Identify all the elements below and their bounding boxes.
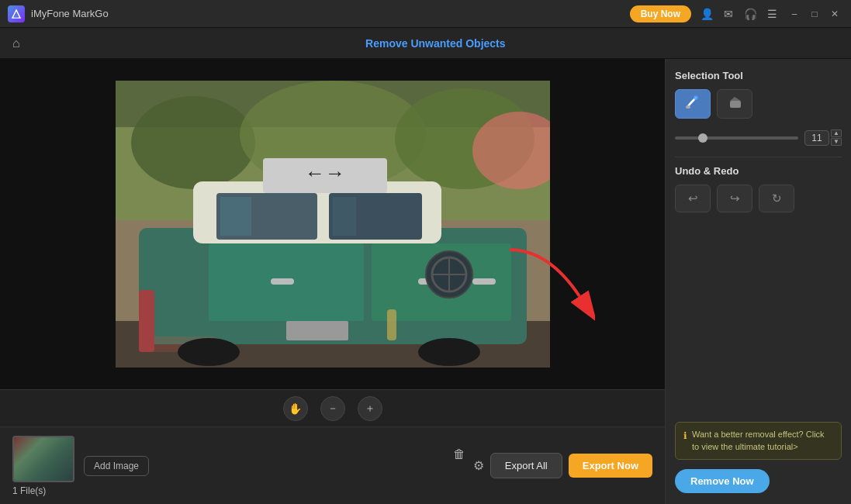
main-image: ←→: [116, 81, 550, 368]
zoom-in-button[interactable]: ＋: [358, 396, 382, 421]
brush-icon: [685, 95, 701, 113]
eraser-icon: [727, 95, 742, 113]
hand-icon: ✋: [289, 402, 302, 415]
selection-tool-title: Selection Tool: [675, 70, 842, 81]
undo-redo-buttons: ↩ ↪ ↻: [675, 185, 842, 212]
undo-icon: ↩: [688, 192, 698, 205]
headset-icon[interactable]: 🎧: [742, 6, 758, 22]
refresh-icon: ↻: [772, 192, 782, 205]
refresh-button[interactable]: ↻: [759, 185, 794, 212]
svg-rect-18: [271, 278, 294, 285]
canvas-area: ←→: [0, 59, 665, 504]
zoom-in-icon: ＋: [365, 402, 375, 416]
eraser-tool-button[interactable]: [717, 89, 752, 119]
slider-number: 11: [804, 130, 829, 146]
svg-point-30: [178, 338, 240, 366]
brush-size-slider-row: 11 ▲ ▼: [675, 129, 842, 146]
bottom-strip: 1 File(s) Add Image 🗑 ⚙ Export All Expor…: [0, 426, 665, 504]
thumbnail-wrapper: 1 File(s): [12, 436, 74, 496]
buy-now-button[interactable]: Buy Now: [630, 5, 691, 22]
zoom-out-icon: －: [327, 402, 338, 416]
menu-icon[interactable]: ☰: [764, 6, 780, 22]
undo-redo-title: Undo & Redo: [675, 165, 842, 177]
svg-point-35: [686, 105, 690, 109]
settings-icon: ⚙: [473, 459, 484, 472]
window-controls: – □ ✕: [786, 5, 843, 22]
slider-down-arrow[interactable]: ▼: [831, 138, 842, 146]
trash-icon: 🗑: [453, 447, 465, 461]
export-now-button[interactable]: Export Now: [569, 454, 652, 478]
file-count-label: 1 File(s): [12, 485, 74, 496]
svg-rect-32: [387, 309, 396, 340]
user-icon[interactable]: 👤: [699, 6, 714, 22]
mail-icon[interactable]: ✉: [721, 6, 736, 22]
navbar: ⌂ Remove Unwanted Objects: [0, 28, 851, 59]
pan-tool-button[interactable]: ✋: [283, 396, 308, 421]
minimize-button[interactable]: –: [786, 5, 803, 22]
right-panel: Selection Tool: [665, 59, 851, 504]
toolbar-row: ✋ － ＋: [0, 389, 665, 426]
svg-rect-15: [333, 197, 356, 236]
svg-point-31: [418, 338, 480, 366]
bottom-right-actions: 🗑 ⚙ Export All Export Now: [453, 447, 652, 485]
add-image-button[interactable]: Add Image: [84, 456, 149, 476]
brush-size-slider[interactable]: [675, 136, 798, 140]
image-thumbnail[interactable]: [12, 436, 74, 482]
svg-point-5: [131, 96, 255, 189]
export-all-button[interactable]: Export All: [490, 453, 562, 478]
slider-up-arrow[interactable]: ▲: [831, 129, 842, 137]
tutorial-text: Want a better removal effect? Click to v…: [692, 429, 833, 453]
undo-button[interactable]: ↩: [675, 185, 711, 212]
svg-text:←→: ←→: [305, 161, 345, 185]
remove-now-button[interactable]: Remove Now: [675, 469, 770, 493]
svg-rect-29: [139, 290, 154, 352]
delete-button[interactable]: 🗑: [453, 447, 465, 461]
svg-rect-20: [472, 278, 496, 285]
redo-icon: ↪: [730, 192, 740, 205]
tutorial-box[interactable]: ℹ Want a better removal effect? Click to…: [675, 422, 842, 460]
zoom-out-button[interactable]: －: [320, 396, 345, 421]
settings-button[interactable]: ⚙: [473, 458, 484, 473]
svg-point-34: [694, 95, 698, 100]
titlebar: iMyFone MarkGo Buy Now 👤 ✉ 🎧 ☰ – □ ✕: [0, 0, 851, 28]
thumb-inner: [14, 436, 73, 482]
slider-arrows: ▲ ▼: [831, 129, 842, 146]
brush-tool-button[interactable]: [675, 89, 711, 119]
slider-value-display: 11 ▲ ▼: [804, 129, 842, 146]
svg-marker-37: [730, 97, 741, 101]
home-icon[interactable]: ⌂: [12, 36, 20, 50]
redo-button[interactable]: ↪: [717, 185, 752, 212]
divider: [675, 157, 842, 157]
image-viewport[interactable]: ←→: [0, 59, 665, 389]
tool-buttons-group: [675, 89, 842, 119]
svg-rect-14: [220, 197, 251, 236]
page-title: Remove Unwanted Objects: [33, 37, 839, 50]
main-layout: ←→: [0, 59, 851, 504]
app-logo: [8, 5, 25, 22]
close-button[interactable]: ✕: [826, 5, 843, 22]
svg-rect-21: [286, 321, 348, 340]
title-icon-group: 👤 ✉ 🎧 ☰: [699, 6, 780, 22]
bottom-buttons: ⚙ Export All Export Now: [473, 453, 652, 478]
restore-button[interactable]: □: [806, 5, 823, 22]
app-name-label: iMyFone MarkGo: [31, 8, 630, 19]
info-icon: ℹ: [683, 430, 687, 443]
svg-rect-36: [730, 101, 741, 108]
